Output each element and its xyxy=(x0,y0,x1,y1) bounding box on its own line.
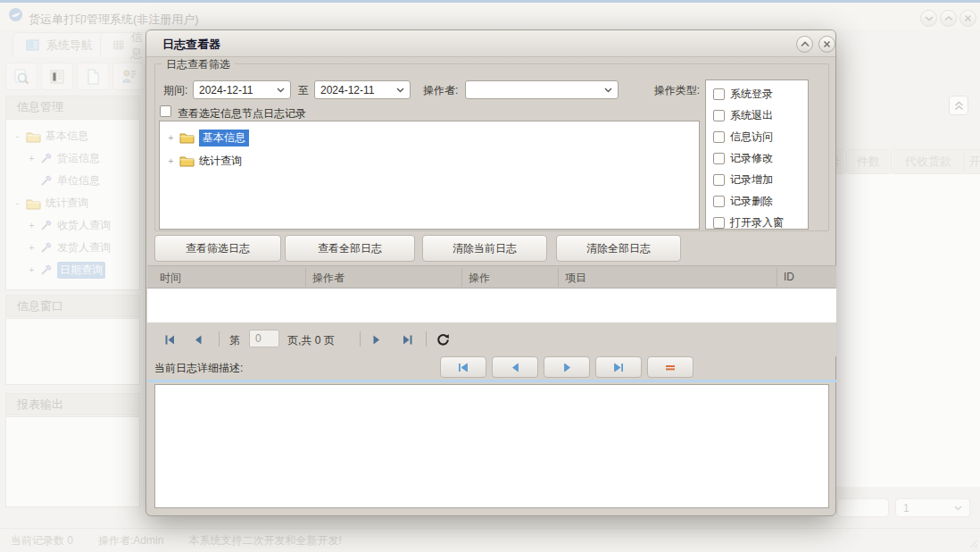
view-all-logs-button[interactable]: 查看全部日志 xyxy=(285,235,415,262)
log-table-header: 时间 操作者 操作 项目 ID xyxy=(147,265,836,289)
view-filtered-logs-button[interactable]: 查看筛选日志 xyxy=(154,235,281,262)
page-number-input[interactable] xyxy=(249,330,279,347)
detail-separator xyxy=(147,380,836,382)
log-type-label: 系统退出 xyxy=(730,108,773,123)
node-filter-checkbox[interactable] xyxy=(160,105,171,117)
log-viewer-dialog: 日志查看器 日志查看筛选 期间: 2024-12-11 至 2024-12-11… xyxy=(145,29,836,516)
detail-minus-button[interactable] xyxy=(647,356,693,378)
column-operator[interactable]: 操作者 xyxy=(312,271,345,286)
checkbox[interactable] xyxy=(713,174,725,186)
log-type-label: 打开录入窗 xyxy=(730,215,784,230)
operator-label: 操作者: xyxy=(423,83,458,98)
folder-icon xyxy=(179,155,195,167)
operator-select[interactable] xyxy=(465,80,619,99)
log-type-item[interactable]: 打开录入窗 xyxy=(713,212,784,233)
column-id[interactable]: ID xyxy=(784,271,794,283)
expand-expander-icon[interactable]: + xyxy=(167,156,175,166)
column-divider[interactable] xyxy=(777,268,777,287)
pager-bar: 第 页,共 0 页 xyxy=(147,322,836,356)
chevron-down-icon xyxy=(277,88,285,93)
first-icon xyxy=(458,363,469,372)
filter-group-title: 日志查看筛选 xyxy=(162,57,235,72)
dialog-tree-item-stats-query[interactable]: + 统计查询 xyxy=(167,150,242,171)
column-divider[interactable] xyxy=(558,268,559,287)
checkbox[interactable] xyxy=(713,196,725,207)
close-icon xyxy=(823,40,831,48)
prev-icon xyxy=(511,363,519,372)
refresh-button[interactable] xyxy=(433,330,453,348)
dialog-tree-item-basic-info[interactable]: + 基本信息 xyxy=(167,127,249,148)
page-suffix-label: 页,共 0 页 xyxy=(287,333,335,348)
date-from-value: 2024-12-11 xyxy=(199,84,253,96)
folder-icon xyxy=(179,131,195,144)
log-type-list: 系统登录 系统退出 信息访问 记录修改 记录增加 记录删除 xyxy=(705,79,809,230)
last-icon xyxy=(613,363,624,372)
types-label: 操作类型: xyxy=(634,83,700,98)
column-time[interactable]: 时间 xyxy=(160,271,181,286)
chevron-down-icon xyxy=(604,88,612,93)
dialog-tree-item-label-selected: 基本信息 xyxy=(199,130,249,146)
expand-expander-icon[interactable]: + xyxy=(167,133,175,143)
checkbox[interactable] xyxy=(713,110,725,121)
log-type-label: 记录增加 xyxy=(730,172,773,188)
log-table-body[interactable] xyxy=(147,289,836,322)
pager-divider xyxy=(360,331,361,347)
first-page-icon xyxy=(164,334,176,346)
next-page-icon xyxy=(372,334,381,346)
chevron-up-icon xyxy=(801,41,810,47)
column-action[interactable]: 操作 xyxy=(469,271,490,286)
detail-description-label: 当前日志详细描述: xyxy=(154,361,243,376)
checkbox[interactable] xyxy=(713,153,725,164)
dialog-title-bar[interactable] xyxy=(146,30,835,57)
log-type-item[interactable]: 系统登录 xyxy=(713,83,773,105)
refresh-icon xyxy=(436,333,450,347)
log-type-label: 记录修改 xyxy=(730,151,773,166)
minus-icon xyxy=(665,364,676,371)
last-page-button[interactable] xyxy=(397,330,417,348)
first-page-button[interactable] xyxy=(160,330,179,348)
page-prefix-label: 第 xyxy=(229,333,240,348)
checkbox[interactable] xyxy=(713,217,725,229)
period-label: 期间: xyxy=(163,83,187,98)
detail-description-area[interactable] xyxy=(154,384,829,508)
next-page-button[interactable] xyxy=(367,330,386,348)
to-label: 至 xyxy=(298,83,309,98)
node-filter-label: 查看选定信息节点日志记录 xyxy=(178,106,306,121)
detail-last-button[interactable] xyxy=(595,356,642,378)
dialog-tree-item-label: 统计查询 xyxy=(199,154,242,169)
chevron-down-icon xyxy=(396,88,404,93)
log-type-item[interactable]: 记录删除 xyxy=(713,190,773,212)
log-type-item[interactable]: 记录增加 xyxy=(713,169,773,190)
checkbox[interactable] xyxy=(713,131,725,143)
dialog-collapse-button[interactable] xyxy=(796,36,813,53)
log-type-item[interactable]: 系统退出 xyxy=(713,105,773,126)
prev-page-button[interactable] xyxy=(188,330,208,348)
column-divider[interactable] xyxy=(461,268,462,287)
date-to-value: 2024-12-11 xyxy=(320,84,375,96)
prev-page-icon xyxy=(194,334,203,346)
detail-first-button[interactable] xyxy=(440,356,486,378)
log-type-label: 系统登录 xyxy=(730,87,773,102)
date-from-select[interactable]: 2024-12-11 xyxy=(193,80,291,99)
column-divider[interactable] xyxy=(305,268,306,287)
detail-next-button[interactable] xyxy=(544,356,590,378)
log-type-label: 信息访问 xyxy=(730,130,773,145)
dialog-title: 日志查看器 xyxy=(162,37,220,53)
log-type-item[interactable]: 信息访问 xyxy=(713,126,773,147)
last-page-icon xyxy=(402,334,413,346)
checkbox[interactable] xyxy=(713,88,725,100)
clear-current-logs-button[interactable]: 清除当前日志 xyxy=(422,235,547,262)
detail-prev-button[interactable] xyxy=(492,356,538,378)
date-to-select[interactable]: 2024-12-11 xyxy=(314,80,411,99)
application-window: 货运单打印管理系统(非注册用户) 系统导航 信息 信息管理 - xyxy=(0,0,980,552)
column-item[interactable]: 项目 xyxy=(565,271,586,286)
dialog-node-tree: + 基本信息 + 统计查询 xyxy=(159,121,700,230)
pager-divider xyxy=(426,331,427,347)
dialog-close-button[interactable] xyxy=(818,36,835,53)
next-icon xyxy=(563,363,571,372)
log-type-item[interactable]: 记录修改 xyxy=(713,147,773,169)
log-type-label: 记录删除 xyxy=(730,194,773,209)
pager-divider xyxy=(219,331,220,347)
clear-all-logs-button[interactable]: 清除全部日志 xyxy=(556,235,681,262)
